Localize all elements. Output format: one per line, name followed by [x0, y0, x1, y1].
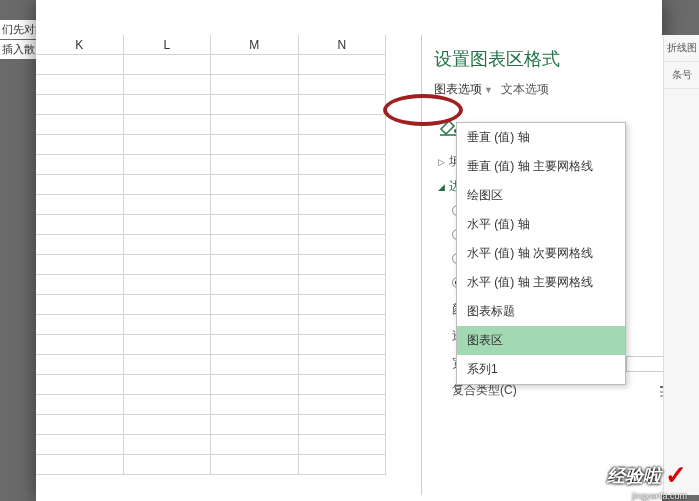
grid-cell[interactable]	[211, 455, 299, 474]
grid-cell[interactable]	[299, 175, 387, 194]
grid-cell[interactable]	[299, 155, 387, 174]
dropdown-item[interactable]: 垂直 (值) 轴 主要网格线	[457, 152, 625, 181]
grid-cell[interactable]	[211, 435, 299, 454]
grid-cell[interactable]	[124, 275, 212, 294]
grid-cell[interactable]	[299, 275, 387, 294]
grid-cell[interactable]	[124, 415, 212, 434]
grid-cell[interactable]	[36, 355, 124, 374]
grid-cell[interactable]	[124, 115, 212, 134]
grid-cell[interactable]	[124, 295, 212, 314]
grid-cell[interactable]	[124, 155, 212, 174]
col-header[interactable]: N	[299, 35, 387, 54]
grid-cell[interactable]	[124, 315, 212, 334]
grid-cell[interactable]	[124, 55, 212, 74]
grid-cell[interactable]	[36, 235, 124, 254]
grid-cell[interactable]	[124, 135, 212, 154]
grid-cell[interactable]	[36, 315, 124, 334]
grid-cell[interactable]	[124, 215, 212, 234]
grid-cell[interactable]	[124, 75, 212, 94]
grid-cell[interactable]	[124, 235, 212, 254]
grid-cell[interactable]	[299, 115, 387, 134]
strip-button[interactable]: 折线图	[664, 35, 699, 62]
grid-cell[interactable]	[124, 375, 212, 394]
grid-cell[interactable]	[36, 375, 124, 394]
col-header[interactable]: K	[36, 35, 124, 54]
grid-cell[interactable]	[299, 295, 387, 314]
grid-cell[interactable]	[299, 255, 387, 274]
grid-cell[interactable]	[124, 255, 212, 274]
grid-cell[interactable]	[36, 55, 124, 74]
grid-cell[interactable]	[299, 135, 387, 154]
grid-cell[interactable]	[36, 95, 124, 114]
grid-cell[interactable]	[36, 255, 124, 274]
grid-cell[interactable]	[124, 335, 212, 354]
grid-cell[interactable]	[211, 135, 299, 154]
dropdown-item[interactable]: 图表标题	[457, 297, 625, 326]
grid-cell[interactable]	[36, 75, 124, 94]
grid-cell[interactable]	[299, 435, 387, 454]
grid-cell[interactable]	[299, 395, 387, 414]
grid-cell[interactable]	[124, 455, 212, 474]
grid-cell[interactable]	[36, 415, 124, 434]
grid-cell[interactable]	[211, 175, 299, 194]
grid-cell[interactable]	[211, 275, 299, 294]
grid-cell[interactable]	[299, 95, 387, 114]
grid-cell[interactable]	[211, 75, 299, 94]
grid-cell[interactable]	[211, 235, 299, 254]
grid-cell[interactable]	[211, 375, 299, 394]
col-header[interactable]: M	[211, 35, 299, 54]
grid-cell[interactable]	[36, 395, 124, 414]
grid-cell[interactable]	[299, 75, 387, 94]
grid-cell[interactable]	[36, 335, 124, 354]
grid-cell[interactable]	[124, 395, 212, 414]
grid-cell[interactable]	[124, 355, 212, 374]
grid-cell[interactable]	[36, 195, 124, 214]
grid-cell[interactable]	[211, 355, 299, 374]
grid-cell[interactable]	[211, 55, 299, 74]
grid-cell[interactable]	[211, 395, 299, 414]
grid-cell[interactable]	[36, 295, 124, 314]
grid-cell[interactable]	[299, 55, 387, 74]
grid-cell[interactable]	[36, 115, 124, 134]
strip-button[interactable]: 条号	[664, 62, 699, 89]
dropdown-item[interactable]: 绘图区	[457, 181, 625, 210]
grid-cell[interactable]	[36, 155, 124, 174]
grid-cell[interactable]	[299, 195, 387, 214]
grid-cell[interactable]	[211, 155, 299, 174]
grid-cell[interactable]	[211, 295, 299, 314]
grid-cell[interactable]	[211, 255, 299, 274]
grid-cell[interactable]	[124, 435, 212, 454]
grid-cell[interactable]	[211, 415, 299, 434]
grid-cell[interactable]	[36, 435, 124, 454]
grid-cell[interactable]	[124, 175, 212, 194]
grid-cell[interactable]	[124, 95, 212, 114]
grid-cell[interactable]	[36, 455, 124, 474]
dropdown-item[interactable]: 系列1	[457, 355, 625, 384]
dropdown-item[interactable]: 垂直 (值) 轴	[457, 123, 625, 152]
grid-cell[interactable]	[299, 455, 387, 474]
grid-cell[interactable]	[299, 235, 387, 254]
grid-cell[interactable]	[299, 215, 387, 234]
col-header[interactable]: L	[124, 35, 212, 54]
dropdown-item[interactable]: 水平 (值) 轴 主要网格线	[457, 268, 625, 297]
grid-cell[interactable]	[36, 175, 124, 194]
grid-cell[interactable]	[299, 355, 387, 374]
grid-cell[interactable]	[211, 95, 299, 114]
grid-cell[interactable]	[211, 115, 299, 134]
grid-cell[interactable]	[299, 415, 387, 434]
dropdown-item[interactable]: 水平 (值) 轴	[457, 210, 625, 239]
grid-cell[interactable]	[36, 275, 124, 294]
grid-cell[interactable]	[211, 335, 299, 354]
grid-cell[interactable]	[211, 215, 299, 234]
dropdown-item[interactable]: 图表区	[457, 326, 625, 355]
grid-cell[interactable]	[124, 195, 212, 214]
grid-cell[interactable]	[36, 135, 124, 154]
grid-cell[interactable]	[299, 335, 387, 354]
grid-cell[interactable]	[299, 315, 387, 334]
grid-cell[interactable]	[299, 375, 387, 394]
grid-cell[interactable]	[211, 195, 299, 214]
grid-cell[interactable]	[36, 215, 124, 234]
cell-grid[interactable]	[36, 55, 386, 475]
grid-cell[interactable]	[211, 315, 299, 334]
dropdown-item[interactable]: 水平 (值) 轴 次要网格线	[457, 239, 625, 268]
